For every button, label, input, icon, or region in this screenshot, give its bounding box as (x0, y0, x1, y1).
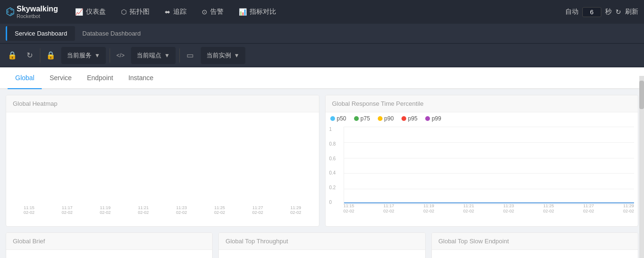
p75-label: p75 (361, 115, 370, 122)
logo: ⌬ Skywalking Rocketbot (6, 5, 58, 19)
response-panel: Global Response Time Percentile p50 p75 … (325, 95, 639, 227)
y-1: 1 (329, 127, 341, 132)
seconds-input[interactable] (582, 7, 601, 17)
heatmap-x-axis: 11:1502-02 11:1702-02 11:1902-02 11:2102… (6, 205, 319, 215)
p90-label: p90 (384, 115, 394, 122)
nav-dashboard-label: 仪表盘 (86, 8, 106, 16)
service-dashboard-label: Service Dashboard (15, 30, 67, 37)
tab-endpoint[interactable]: Endpoint (79, 67, 121, 89)
nav-items: 📈 仪表盘 ⬡ 拓扑图 ⬌ 追踪 ⊙ 告警 📊 指标对比 (67, 0, 565, 24)
x-tick-7: 11:2902-02 (623, 203, 634, 214)
x-tick-4: 11:2302-02 (503, 203, 514, 214)
y-0: 0 (329, 200, 341, 205)
x-tick-2: 11:1902-02 (423, 203, 434, 214)
tab-service-label: Service (49, 74, 72, 82)
y-0.6: 0.6 (329, 156, 341, 161)
global-brief-panel: Global Brief (6, 232, 213, 258)
separator-2 (110, 48, 110, 63)
heatmap-tick-0: 11:1502-02 (24, 205, 35, 215)
service-chevron-icon: ▼ (94, 52, 100, 59)
metrics-icon: 📊 (239, 8, 247, 16)
y-0.8: 0.8 (329, 141, 341, 147)
nav-topology[interactable]: ⬡ 拓扑图 (113, 0, 157, 24)
current-service-dropdown[interactable]: 当前服务 ▼ (61, 47, 106, 64)
x-tick-0: 11:1502-02 (344, 203, 355, 214)
tab-global[interactable]: Global (8, 67, 42, 89)
toolbar: 🔒 ↻ 🔒 当前服务 ▼ </> 当前端点 ▼ ▭ 当前实例 ▼ (0, 44, 644, 67)
heatmap-body: 11:1502-02 11:1702-02 11:1902-02 11:2102… (6, 112, 319, 226)
p90-dot (378, 116, 383, 121)
scrollbar[interactable] (639, 76, 644, 258)
separator-1 (40, 48, 40, 63)
global-top-slow-panel: Global Top Slow Endpoint (431, 232, 638, 258)
tab-endpoint-label: Endpoint (87, 74, 113, 82)
nav-trace[interactable]: ⬌ 追踪 (157, 0, 194, 24)
nav-metrics-label: 指标对比 (250, 8, 276, 16)
response-chart-area: 1 0.8 0.6 0.4 0.2 0 (329, 127, 635, 214)
current-instance-dropdown[interactable]: 当前实例 ▼ (201, 47, 245, 64)
navbar: ⌬ Skywalking Rocketbot 📈 仪表盘 ⬡ 拓扑图 ⬌ 追踪 … (0, 0, 644, 24)
global-top-throughput-title: Global Top Throughput (219, 233, 425, 250)
nav-metrics[interactable]: 📊 指标对比 (231, 0, 284, 24)
page-tabs: Global Service Endpoint Instance (0, 67, 644, 89)
nav-topology-label: 拓扑图 (130, 8, 149, 16)
dashboard-icon: 📈 (75, 8, 83, 16)
alarm-icon: ⊙ (202, 8, 207, 16)
legend-p50: p50 (330, 115, 346, 122)
chart-inner (344, 127, 635, 205)
current-endpoint-dropdown[interactable]: 当前端点 ▼ (131, 47, 176, 64)
trace-icon: ⬌ (165, 8, 170, 16)
logo-icon: ⌬ (6, 6, 15, 18)
scrollbar-thumb[interactable] (639, 81, 644, 109)
global-brief-title: Global Brief (6, 233, 212, 250)
nav-right: 自动 秒 ↻ 刷新 (565, 7, 638, 17)
refresh-toolbar-button[interactable]: ↻ (21, 47, 38, 64)
auto-label: 自动 (565, 8, 579, 16)
legend-p99: p99 (425, 115, 441, 122)
legend-p75: p75 (354, 115, 370, 122)
nav-alarm[interactable]: ⊙ 告警 (194, 0, 231, 24)
heatmap-panel: Global Heatmap 11:1502-02 11:1702-02 11:… (6, 95, 319, 227)
x-tick-3: 11:2102-02 (463, 203, 474, 214)
nav-alarm-label: 告警 (210, 8, 224, 16)
topology-icon: ⬡ (121, 8, 127, 16)
legend-p95: p95 (401, 115, 418, 122)
heatmap-tick-5: 11:2502-02 (214, 205, 225, 215)
separator-3 (179, 48, 180, 63)
chart-svg (344, 127, 635, 204)
heatmap-tick-6: 11:2702-02 (252, 205, 263, 215)
tab-service-dashboard[interactable]: Service Dashboard (6, 26, 75, 41)
global-top-slow-title: Global Top Slow Endpoint (432, 233, 638, 250)
service-lock-icon: 🔒 (42, 47, 59, 64)
nav-dashboard[interactable]: 📈 仪表盘 (67, 0, 113, 24)
heatmap-tick-4: 11:2302-02 (176, 205, 187, 215)
tab-instance-label: Instance (128, 74, 153, 82)
p50-label: p50 (337, 115, 346, 122)
x-tick-6: 11:2702-02 (583, 203, 594, 214)
refresh-button[interactable]: ↻ (616, 8, 621, 16)
y-0.2: 0.2 (329, 185, 341, 190)
y-axis: 1 0.8 0.6 0.4 0.2 0 (329, 127, 341, 205)
dashboard-tabs: Service Dashboard Database Dashboard (0, 24, 644, 44)
p50-dot (330, 116, 335, 121)
refresh-label: 刷新 (625, 8, 638, 16)
p95-label: p95 (408, 115, 418, 122)
service-label: 当前服务 (67, 51, 92, 60)
global-top-throughput-panel: Global Top Throughput (218, 232, 425, 258)
heatmap-tick-3: 11:2102-02 (138, 205, 149, 215)
tab-service[interactable]: Service (42, 67, 79, 89)
lock-button[interactable]: 🔒 (4, 47, 21, 64)
heatmap-tick-1: 11:1702-02 (62, 205, 73, 215)
seconds-label: 秒 (605, 8, 612, 16)
instance-chevron-icon: ▼ (234, 52, 240, 59)
tab-instance[interactable]: Instance (121, 67, 161, 89)
app-name: Skywalking (17, 5, 58, 13)
y-0.4: 0.4 (329, 170, 341, 175)
response-legend: p50 p75 p90 p95 p99 (326, 112, 638, 125)
tab-database-dashboard[interactable]: Database Dashboard (75, 26, 149, 41)
endpoint-label: 当前端点 (137, 51, 161, 60)
endpoint-code-icon: </> (112, 47, 129, 64)
x-axis-chart: 11:1502-02 11:1702-02 11:1902-02 11:2102… (344, 203, 635, 214)
response-title: Global Response Time Percentile (326, 95, 638, 112)
app-sub: Rocketbot (17, 13, 58, 19)
